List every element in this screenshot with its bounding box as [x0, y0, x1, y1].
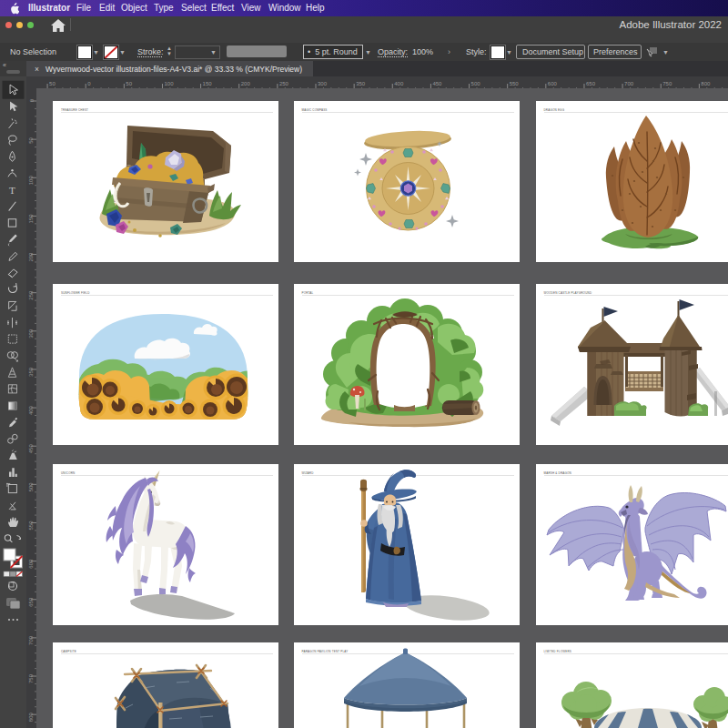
svg-text:750: 750 — [662, 81, 672, 86]
svg-text:200: 200 — [29, 252, 35, 262]
svg-text:650: 650 — [586, 81, 596, 86]
svg-text:100: 100 — [164, 81, 174, 86]
svg-text:100: 100 — [29, 176, 35, 186]
svg-text:150: 150 — [29, 214, 35, 224]
svg-text:550: 550 — [510, 81, 520, 86]
svg-text:350: 350 — [356, 81, 366, 86]
svg-text:150: 150 — [203, 81, 213, 86]
svg-text:300: 300 — [318, 81, 328, 86]
svg-text:0: 0 — [87, 81, 91, 86]
svg-text:600: 600 — [29, 559, 35, 569]
svg-text:200: 200 — [241, 81, 251, 86]
svg-text:50: 50 — [126, 81, 132, 86]
svg-text:400: 400 — [29, 405, 35, 415]
svg-text:750: 750 — [29, 673, 35, 683]
svg-text:0: 0 — [29, 98, 35, 102]
svg-text:600: 600 — [548, 81, 558, 86]
svg-text:50: 50 — [49, 81, 56, 86]
svg-text:350: 350 — [29, 367, 35, 377]
svg-text:700: 700 — [624, 81, 634, 86]
svg-text:T: T — [9, 185, 15, 196]
svg-text:650: 650 — [29, 597, 35, 607]
svg-text:450: 450 — [432, 81, 442, 86]
svg-text:400: 400 — [394, 81, 404, 86]
svg-text:700: 700 — [29, 635, 35, 645]
svg-text:800: 800 — [701, 81, 711, 86]
svg-text:550: 550 — [29, 521, 35, 531]
svg-text:500: 500 — [29, 482, 35, 492]
svg-text:450: 450 — [29, 444, 35, 454]
svg-text:50: 50 — [29, 136, 35, 143]
svg-text:800: 800 — [29, 713, 35, 723]
svg-text:250: 250 — [279, 81, 289, 86]
svg-text:250: 250 — [29, 290, 35, 300]
svg-text:500: 500 — [471, 81, 481, 86]
svg-text:300: 300 — [29, 329, 35, 339]
